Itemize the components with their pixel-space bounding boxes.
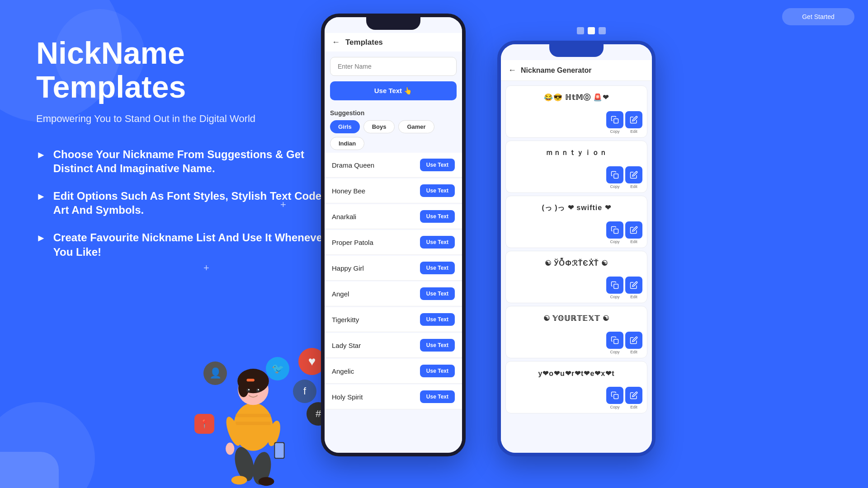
gen-text-1: 😂😎 ℍ𝕥𝕄⓪ 🚨❤ — [506, 86, 647, 109]
use-text-button[interactable]: Use Text — [420, 390, 455, 403]
copy-label-4: Copy — [610, 295, 619, 299]
left-content: NickName Templates Empowering You to Sta… — [36, 36, 335, 259]
gen-actions-2: Copy Edit — [506, 164, 647, 192]
edit-label-3: Edit — [630, 239, 637, 244]
edit-button-4[interactable] — [625, 277, 642, 294]
phone1-screen: ← Templates Use Text 👆 Suggestion Girls … — [325, 17, 462, 453]
use-text-button[interactable]: Use Text — [420, 365, 455, 377]
use-text-button[interactable]: Use Text — [420, 210, 455, 223]
copy-wrapper-1: Copy — [606, 111, 623, 134]
nickname-item: Happy Girl Use Text — [325, 256, 462, 281]
gen-actions-1: Copy Edit — [506, 109, 647, 137]
top-right-button[interactable]: Get Started — [782, 8, 854, 25]
copy-button-6[interactable] — [606, 387, 623, 404]
nickname-item: Holy Spirit Use Text — [325, 385, 462, 409]
nickname-name: Lady Star — [332, 342, 361, 349]
use-text-button[interactable]: Use Text — [420, 339, 455, 352]
use-text-button[interactable]: Use Text — [420, 287, 455, 300]
copy-button-5[interactable] — [606, 332, 623, 349]
phone1-title: Templates — [345, 38, 383, 47]
svg-rect-1 — [236, 414, 270, 418]
use-text-button[interactable]: Use Text — [420, 313, 455, 326]
gen-item-4: ☯ ЎỖΦℛŤЄẊŤ ☯ Copy Edit — [505, 251, 647, 303]
phone2-notch — [549, 44, 604, 57]
copy-button-2[interactable] — [606, 166, 623, 183]
gen-list: 😂😎 ℍ𝕥𝕄⓪ 🚨❤ Copy Edit — [501, 81, 652, 453]
gen-item-2: ｍｎｎｔｙｉｏｎ Copy Edit — [505, 141, 647, 193]
nickname-item: Honey Bee Use Text — [325, 178, 462, 203]
nickname-name: Tigerkitty — [332, 316, 359, 324]
copy-button-4[interactable] — [606, 277, 623, 294]
edit-button-6[interactable] — [625, 387, 642, 404]
phone2-header: ← Nickname Generator — [501, 60, 652, 81]
svg-rect-6 — [247, 379, 255, 381]
phone2-screen: ← Nickname Generator 😂😎 ℍ𝕥𝕄⓪ 🚨❤ Copy — [501, 44, 652, 453]
nickname-name: Proper Patola — [332, 239, 373, 246]
chip-gamer[interactable]: Gamer — [398, 120, 434, 133]
edit-button-3[interactable] — [625, 221, 642, 239]
suggestion-section: Suggestion Girls Boys Gamer Indian — [325, 106, 462, 153]
edit-button-1[interactable] — [625, 111, 642, 128]
gen-item-1: 😂😎 ℍ𝕥𝕄⓪ 🚨❤ Copy Edit — [505, 85, 647, 138]
gen-text-3: (っ )っ ❤ swiftie ❤ — [506, 196, 647, 220]
edit-wrapper-4: Edit — [625, 277, 642, 299]
suggestion-chips: Girls Boys Gamer Indian — [330, 120, 457, 150]
copy-wrapper-3: Copy — [606, 221, 623, 244]
nickname-name: Angelic — [332, 367, 354, 375]
name-input[interactable] — [330, 57, 457, 76]
svg-rect-15 — [275, 443, 283, 458]
copy-wrapper-2: Copy — [606, 166, 623, 189]
gen-text-2: ｍｎｎｔｙｉｏｎ — [506, 141, 647, 164]
phone1-notch — [366, 17, 420, 30]
main-title: NickName Templates — [36, 36, 335, 104]
edit-wrapper-1: Edit — [625, 111, 642, 134]
arrow-icon-3: ► — [36, 232, 46, 245]
use-text-main-button[interactable]: Use Text 👆 — [330, 81, 457, 100]
svg-point-18 — [231, 476, 247, 484]
back-arrow[interactable]: ← — [332, 38, 340, 47]
nickname-item: Lady Star Use Text — [325, 333, 462, 358]
edit-button-5[interactable] — [625, 332, 642, 349]
svg-point-10 — [258, 389, 259, 390]
gen-item-3: (っ )っ ❤ swiftie ❤ Copy Edi — [505, 196, 647, 248]
use-text-button[interactable]: Use Text — [420, 159, 455, 171]
nickname-name: Anarkali — [332, 213, 356, 221]
svg-point-19 — [259, 477, 274, 486]
copy-label-2: Copy — [610, 184, 619, 189]
nickname-item: Drama Queen Use Text — [325, 153, 462, 178]
chip-boys[interactable]: Boys — [363, 120, 395, 133]
use-text-button[interactable]: Use Text — [420, 262, 455, 274]
arrow-icon-2: ► — [36, 190, 46, 203]
copy-wrapper-5: Copy — [606, 332, 623, 354]
svg-point-9 — [248, 389, 250, 390]
edit-button-2[interactable] — [625, 166, 642, 183]
phone2-back[interactable]: ← — [508, 66, 516, 75]
use-text-button[interactable]: Use Text — [420, 236, 455, 249]
feature-text-3: Create Favourite Nickname List And Use I… — [53, 230, 335, 258]
chip-indian[interactable]: Indian — [330, 137, 364, 150]
use-text-button[interactable]: Use Text — [420, 184, 455, 197]
nickname-item: Angelic Use Text — [325, 359, 462, 384]
feature-item-2: ► Edit Options Such As Font Styles, Styl… — [36, 189, 335, 217]
svg-rect-20 — [614, 119, 618, 123]
copy-label-1: Copy — [610, 129, 619, 134]
copy-label-5: Copy — [610, 350, 619, 354]
phone1-header: ← Templates — [325, 33, 462, 52]
svg-rect-21 — [614, 174, 618, 178]
nickname-item: Proper Patola Use Text — [325, 230, 462, 255]
girl-svg — [208, 357, 298, 488]
nickname-item: Angel Use Text — [325, 282, 462, 306]
feature-item-3: ► Create Favourite Nickname List And Use… — [36, 230, 335, 258]
illustration: ♥ 🐦 f 👤 # 📍 — [190, 343, 335, 488]
copy-button-1[interactable] — [606, 111, 623, 128]
copy-button-3[interactable] — [606, 221, 623, 239]
nickname-list: Drama Queen Use Text Honey Bee Use Text … — [325, 153, 462, 453]
nickname-name: Drama Queen — [332, 161, 374, 169]
chip-girls[interactable]: Girls — [330, 120, 360, 133]
gen-item-5: ☯ 𝕐𝕆𝕌ℝ𝕋𝔼𝕏𝕋 ☯ Copy E — [505, 306, 647, 358]
gen-actions-3: Copy Edit — [506, 220, 647, 248]
feature-item-1: ► Choose Your Nickname From Suggestions … — [36, 147, 335, 175]
feature-text-1: Choose Your Nickname From Suggestions & … — [53, 147, 335, 175]
gen-item-6: y❤o❤u❤r❤t❤e❤x❤t Copy Edit — [505, 361, 647, 413]
gen-actions-4: Copy Edit — [506, 275, 647, 303]
